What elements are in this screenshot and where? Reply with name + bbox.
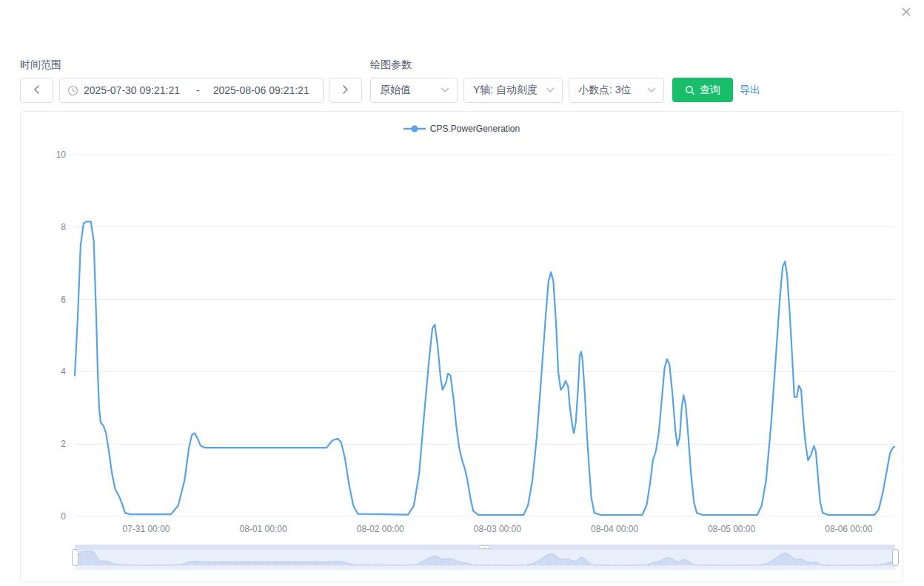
y-axis-mode-selected: Y轴: 自动刻度 <box>473 84 538 97</box>
y-tick-label: 6 <box>61 294 66 305</box>
date-range-input[interactable]: 2025-07-30 09:21:21 - 2025-08-06 09:21:2… <box>59 78 324 103</box>
legend-marker-icon <box>404 125 426 132</box>
datazoom-slider[interactable] <box>75 545 895 570</box>
clock-icon <box>67 85 78 96</box>
chevron-left-icon <box>33 84 40 97</box>
y-tick-label: 4 <box>61 366 66 377</box>
query-button-label: 查询 <box>700 84 720 97</box>
value-type-select[interactable]: 原始值 <box>370 78 458 103</box>
chevron-down-icon <box>647 87 656 93</box>
x-tick-label: 07-31 00:00 <box>122 524 170 534</box>
chevron-down-icon <box>546 87 555 93</box>
dialog: 时间范围 绘图参数 2025-07-30 09:21:21 - 2025-08-… <box>0 0 924 586</box>
chart-panel: 024681007-31 00:0008-01 00:0008-02 00:00… <box>20 111 903 582</box>
datazoom-area <box>75 551 895 565</box>
chevron-down-icon <box>441 87 449 93</box>
time-range-label: 时间范围 <box>20 58 61 72</box>
x-tick-label: 08-02 00:00 <box>357 524 404 534</box>
datazoom-right-handle[interactable] <box>892 549 899 566</box>
y-axis-mode-select[interactable]: Y轴: 自动刻度 <box>463 78 563 103</box>
query-button[interactable]: 查询 <box>672 78 733 102</box>
next-range-button[interactable] <box>329 78 362 103</box>
y-tick-label: 0 <box>61 511 66 522</box>
x-tick-label: 08-04 00:00 <box>591 524 638 534</box>
y-tick-label: 2 <box>61 439 66 449</box>
x-tick-label: 08-03 00:00 <box>474 524 521 534</box>
date-start-value: 2025-07-30 09:21:21 <box>84 84 180 96</box>
export-link[interactable]: 导出 <box>740 78 760 102</box>
search-icon <box>685 85 695 95</box>
y-tick-label: 8 <box>61 222 66 232</box>
series-line <box>75 222 894 516</box>
prev-range-button[interactable] <box>20 78 53 103</box>
close-icon[interactable] <box>897 3 915 21</box>
datazoom-left-handle[interactable] <box>72 549 78 566</box>
chart-canvas[interactable]: 024681007-31 00:0008-01 00:0008-02 00:00… <box>21 112 904 583</box>
legend-item-powergeneration[interactable]: CPS.PowerGeneration <box>21 124 903 134</box>
x-tick-label: 08-06 00:00 <box>825 524 872 534</box>
y-tick-label: 10 <box>56 149 67 160</box>
legend-label: CPS.PowerGeneration <box>430 124 520 134</box>
value-type-selected: 原始值 <box>380 84 411 97</box>
plot-params-label: 绘图参数 <box>370 58 412 72</box>
date-separator: - <box>196 84 200 96</box>
x-tick-label: 08-05 00:00 <box>708 524 755 534</box>
x-tick-label: 08-01 00:00 <box>240 524 287 534</box>
chevron-right-icon <box>342 84 349 97</box>
datazoom-center-grip-icon[interactable] <box>479 545 491 549</box>
decimal-places-selected: 小数点: 3位 <box>578 84 632 97</box>
date-end-value: 2025-08-06 09:21:21 <box>213 84 309 96</box>
decimal-places-select[interactable]: 小数点: 3位 <box>569 78 664 103</box>
